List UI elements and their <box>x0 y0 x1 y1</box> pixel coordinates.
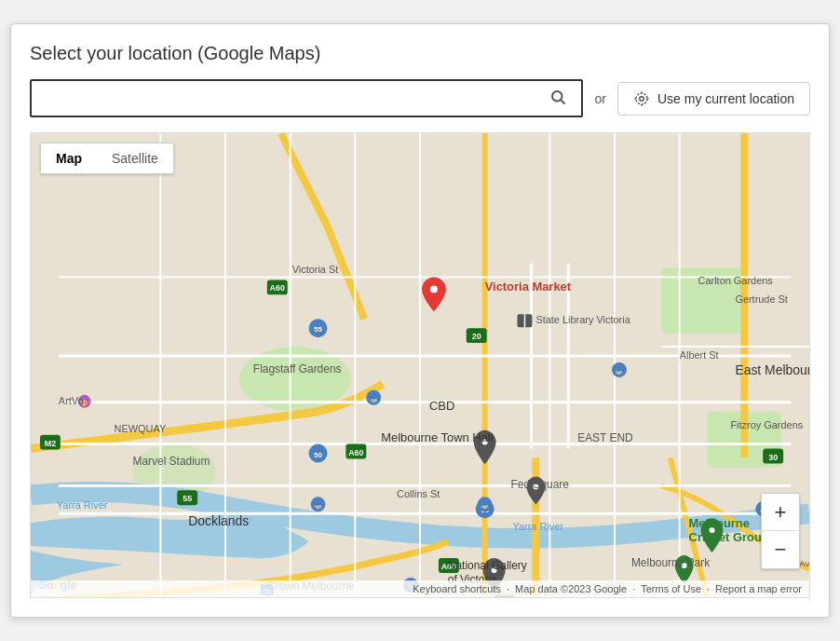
svg-text:Marvel Stadium: Marvel Stadium <box>132 455 210 468</box>
svg-text:Victoria Market: Victoria Market <box>485 280 572 293</box>
svg-text:EAST END: EAST END <box>577 431 633 444</box>
svg-text:Flagstaff Gardens: Flagstaff Gardens <box>253 362 342 375</box>
svg-text:20: 20 <box>472 332 481 341</box>
svg-point-2 <box>640 96 644 101</box>
use-location-label: Use my current location <box>657 91 794 106</box>
svg-text:Fitzroy Gardens: Fitzroy Gardens <box>730 419 803 430</box>
svg-text:Melbourne: Melbourne <box>689 516 750 530</box>
search-input[interactable] <box>43 90 546 106</box>
map-view-toggle: Map Satellite <box>40 143 174 174</box>
svg-text:Melbourne Park: Melbourne Park <box>631 556 710 569</box>
dialog-title: Select your location (Google Maps) <box>30 43 810 64</box>
svg-text:Fed Square: Fed Square <box>511 478 570 491</box>
or-label: or <box>594 91 605 106</box>
keyboard-shortcuts-link[interactable]: Keyboard shortcuts <box>413 583 501 594</box>
map-tab[interactable]: Map <box>41 143 97 173</box>
map-svg: A60 A60 A60 55 50 30 M2 M1 M1 M1 30 <box>31 133 809 597</box>
svg-text:Yarra River: Yarra River <box>57 499 108 511</box>
map-footer: Keyboard shortcuts · Map data ©2023 Goog… <box>31 580 809 597</box>
svg-text:East Melbourne: East Melbourne <box>735 362 809 377</box>
dialog: Select your location (Google Maps) or Us… <box>10 23 830 618</box>
svg-text:30: 30 <box>768 453 778 462</box>
svg-text:Yarra River: Yarra River <box>513 521 564 532</box>
svg-point-0 <box>552 91 562 102</box>
svg-text:🚌: 🚌 <box>481 501 489 510</box>
svg-text:Collins St: Collins St <box>397 488 440 499</box>
map-container[interactable]: A60 A60 A60 55 50 30 M2 M1 M1 M1 30 <box>30 132 810 598</box>
search-icon <box>549 89 566 105</box>
svg-text:NEWQUAY: NEWQUAY <box>115 423 167 434</box>
svg-text:Melbourne Town Hall: Melbourne Town Hall <box>381 430 493 444</box>
svg-text:55: 55 <box>314 325 322 334</box>
svg-text:M2: M2 <box>45 439 56 448</box>
svg-text:🚌: 🚌 <box>314 501 322 510</box>
svg-text:55: 55 <box>183 494 192 503</box>
svg-text:A60: A60 <box>270 283 285 293</box>
zoom-out-button[interactable]: − <box>762 531 799 568</box>
zoom-in-button[interactable]: + <box>762 494 799 531</box>
svg-text:Albert St: Albert St <box>680 349 719 361</box>
svg-text:Docklands: Docklands <box>188 513 249 528</box>
footer-dot3: · <box>707 583 710 594</box>
svg-text:🚌: 🚌 <box>615 367 623 375</box>
map-data-label: Map data ©2023 Google <box>515 583 627 594</box>
svg-text:Gertrude St: Gertrude St <box>735 293 788 305</box>
zoom-controls: + − <box>761 493 800 569</box>
terms-link[interactable]: Terms of Use <box>641 583 701 594</box>
svg-point-3 <box>636 93 647 104</box>
use-current-location-button[interactable]: Use my current location <box>617 82 810 116</box>
svg-text:50: 50 <box>314 451 322 459</box>
svg-text:Carlton Gardens: Carlton Gardens <box>698 275 774 286</box>
search-row: or Use my current location <box>30 79 810 117</box>
svg-text:🚌: 🚌 <box>370 395 378 403</box>
search-box <box>30 79 583 117</box>
satellite-tab[interactable]: Satellite <box>97 143 173 173</box>
svg-line-1 <box>562 100 565 103</box>
svg-text:ArtVo: ArtVo <box>59 395 84 406</box>
search-button[interactable] <box>546 89 570 108</box>
footer-dot1: · <box>507 583 509 594</box>
svg-text:State Library Victoria: State Library Victoria <box>535 314 630 325</box>
report-link[interactable]: Report a map error <box>715 583 802 594</box>
footer-dot2: · <box>632 583 635 594</box>
svg-text:A60: A60 <box>348 448 363 457</box>
svg-text:CBD: CBD <box>429 399 454 413</box>
location-icon <box>633 90 650 107</box>
svg-point-64 <box>430 285 438 293</box>
svg-text:National Gallery: National Gallery <box>448 559 527 572</box>
svg-text:Victoria St: Victoria St <box>292 264 339 275</box>
